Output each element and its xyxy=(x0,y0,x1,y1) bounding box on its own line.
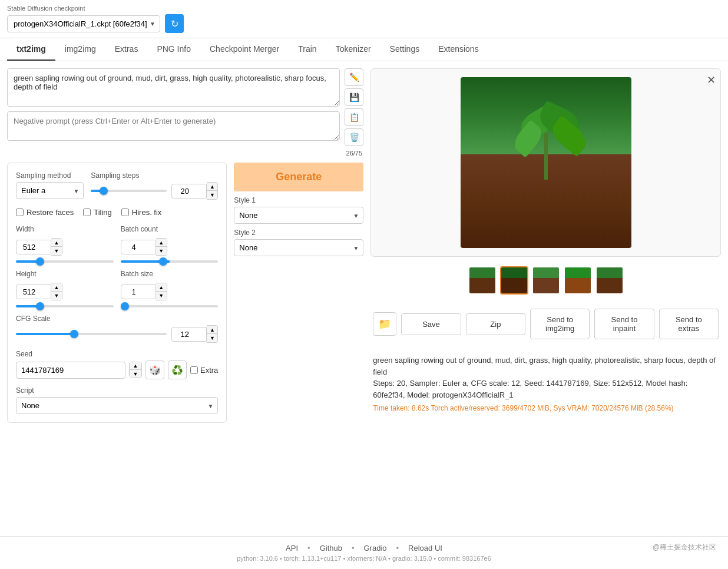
thumbnail-1[interactable] xyxy=(468,266,497,295)
close-image-button[interactable]: ✕ xyxy=(707,74,716,87)
batch-count-label: Batch count xyxy=(121,225,219,233)
image-display: ✕ xyxy=(370,68,721,257)
hires-fix-checkbox[interactable]: Hires. fix xyxy=(121,208,162,217)
tab-img2img[interactable]: img2img xyxy=(55,38,105,61)
image-info: green sapling rowing out of ground, mud,… xyxy=(370,350,721,418)
sampling-method-select[interactable]: Euler a xyxy=(16,182,84,199)
open-folder-button[interactable]: 📁 xyxy=(373,312,396,336)
script-select[interactable]: None xyxy=(16,397,218,414)
thumbnail-2[interactable] xyxy=(500,266,528,295)
send-img2img-button[interactable]: Send to img2img xyxy=(530,309,590,339)
tab-extras[interactable]: Extras xyxy=(105,38,148,61)
seed-label: Seed xyxy=(16,350,218,358)
footer-brand: @稀土掘金技术社区 xyxy=(653,542,716,553)
checkpoint-label: Stable Diffusion checkpoint xyxy=(7,5,721,12)
batch-size-label: Batch size xyxy=(121,270,219,278)
tab-checkpoint-merger[interactable]: Checkpoint Merger xyxy=(200,38,289,61)
batch-count-slider[interactable] xyxy=(121,260,219,263)
cfg-up-button[interactable]: ▲ xyxy=(207,326,217,334)
api-link[interactable]: API xyxy=(286,544,298,553)
height-up-button[interactable]: ▲ xyxy=(51,283,62,292)
seed-up-button[interactable]: ▲ xyxy=(130,362,141,370)
thumbnail-5[interactable] xyxy=(595,266,624,295)
width-input[interactable] xyxy=(16,240,51,254)
paste-prompt-button[interactable]: 📋 xyxy=(345,108,363,126)
width-down-button[interactable]: ▼ xyxy=(51,247,62,255)
batch-size-down-button[interactable]: ▼ xyxy=(156,292,167,300)
sampling-steps-label: Sampling steps xyxy=(91,171,218,180)
edit-prompt-button[interactable]: ✏️ xyxy=(345,68,363,86)
seed-dice-button[interactable]: 🎲 xyxy=(145,360,164,379)
folder-icon: 📁 xyxy=(378,317,391,330)
save-button[interactable]: Save xyxy=(401,313,461,335)
seed-down-button[interactable]: ▼ xyxy=(130,370,141,378)
steps-up-button[interactable]: ▲ xyxy=(207,183,217,191)
height-input[interactable] xyxy=(16,284,51,299)
tab-txt2img[interactable]: txt2img xyxy=(7,38,55,61)
action-buttons: 📁 Save Zip Send to img2img Send to inpai… xyxy=(370,304,721,344)
batch-size-input[interactable] xyxy=(121,284,156,299)
tab-train[interactable]: Train xyxy=(289,38,326,61)
send-inpaint-button[interactable]: Send to inpaint xyxy=(594,309,654,339)
delete-prompt-button[interactable]: 🗑️ xyxy=(345,128,363,146)
style1-label: Style 1 xyxy=(234,196,363,204)
sampling-steps-input[interactable] xyxy=(171,184,207,199)
style2-select[interactable]: None xyxy=(234,239,363,256)
generate-button[interactable]: Generate xyxy=(234,163,363,191)
style1-select[interactable]: None xyxy=(234,207,363,224)
restore-faces-checkbox[interactable]: Restore faces xyxy=(16,208,74,217)
footer-meta: python: 3.10.6 • torch: 1.13.1+cu117 • x… xyxy=(7,555,721,562)
send-extras-button[interactable]: Send to extras xyxy=(659,309,719,339)
height-down-button[interactable]: ▼ xyxy=(51,292,62,300)
extra-seed-checkbox[interactable]: Extra xyxy=(190,366,218,375)
save-prompt-button[interactable]: 💾 xyxy=(345,88,363,106)
image-description: green sapling rowing out of ground, mud,… xyxy=(373,355,719,378)
sampling-steps-slider[interactable] xyxy=(91,190,167,192)
sampling-method-label: Sampling method xyxy=(16,171,84,180)
github-link[interactable]: Github xyxy=(320,544,342,553)
gradio-link[interactable]: Gradio xyxy=(364,544,387,553)
tiling-checkbox[interactable]: Tiling xyxy=(83,208,112,217)
cfg-down-button[interactable]: ▼ xyxy=(207,334,217,342)
negative-prompt[interactable] xyxy=(7,111,340,141)
steps-down-button[interactable]: ▼ xyxy=(207,191,217,199)
tab-settings[interactable]: Settings xyxy=(380,38,429,61)
tab-tokenizer[interactable]: Tokenizer xyxy=(326,38,380,61)
height-label: Height xyxy=(16,270,114,278)
tab-extensions[interactable]: Extensions xyxy=(429,38,488,61)
cfg-scale-slider[interactable] xyxy=(16,333,167,335)
thumbnails-row xyxy=(370,263,721,298)
thumbnail-3[interactable] xyxy=(532,266,560,295)
timing-info: Time taken: 8.62s Torch active/reserved:… xyxy=(373,403,719,413)
width-slider[interactable] xyxy=(16,260,114,263)
cfg-scale-label: CFG Scale xyxy=(16,315,218,323)
token-counter: 26/75 xyxy=(346,150,363,157)
script-label: Script xyxy=(16,386,218,395)
checkpoint-select[interactable]: protogenX34OfficialR_1.ckpt [60fe2f34] xyxy=(7,15,160,32)
batch-count-down-button[interactable]: ▼ xyxy=(156,247,167,255)
refresh-icon: ↻ xyxy=(171,18,178,29)
width-up-button[interactable]: ▲ xyxy=(51,239,62,247)
width-label: Width xyxy=(16,225,114,233)
reload-ui-link[interactable]: Reload UI xyxy=(408,544,442,553)
batch-count-up-button[interactable]: ▲ xyxy=(156,239,167,247)
style2-label: Style 2 xyxy=(234,229,363,237)
positive-prompt[interactable] xyxy=(7,68,340,107)
height-slider[interactable] xyxy=(16,305,114,307)
tab-png-info[interactable]: PNG Info xyxy=(147,38,200,61)
batch-count-input[interactable] xyxy=(121,240,156,254)
batch-size-slider[interactable] xyxy=(121,305,219,307)
image-details: Steps: 20, Sampler: Euler a, CFG scale: … xyxy=(373,378,719,401)
batch-size-up-button[interactable]: ▲ xyxy=(156,283,167,292)
zip-button[interactable]: Zip xyxy=(466,313,525,335)
cfg-scale-input[interactable] xyxy=(171,327,207,342)
refresh-button[interactable]: ↻ xyxy=(165,14,184,33)
generated-image xyxy=(461,77,631,248)
thumbnail-4[interactable] xyxy=(564,266,592,295)
tab-bar: txt2img img2img Extras PNG Info Checkpoi… xyxy=(0,38,728,61)
seed-recycle-button[interactable]: ♻️ xyxy=(168,360,187,379)
seed-input[interactable] xyxy=(16,362,125,379)
